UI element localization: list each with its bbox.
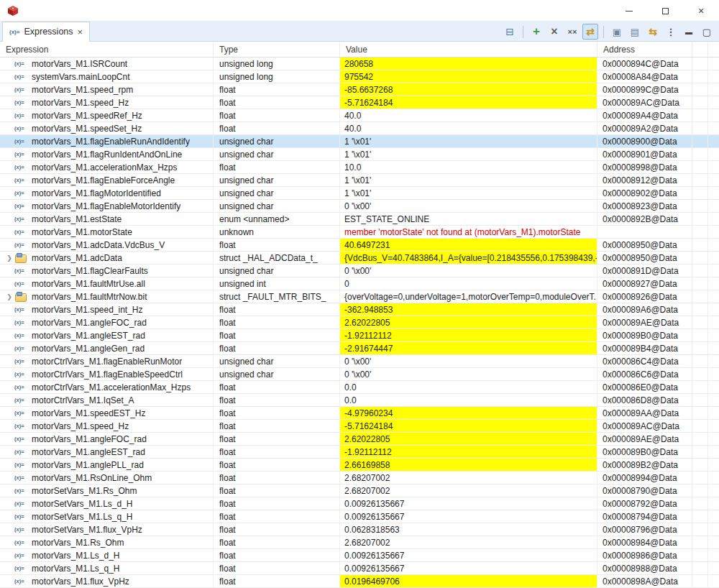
table-row[interactable]: (x)= motorVars_M1.angleFOC_rad float 2.6… <box>0 316 719 329</box>
table-row[interactable]: (x)= motorVars_M1.flagEnableForceAngle u… <box>0 174 719 187</box>
tab-expressions[interactable]: (x)= Expressions × <box>2 22 90 42</box>
pin-view-button[interactable]: ▤ <box>627 24 643 40</box>
value-cell[interactable]: 2.68207002 <box>340 484 597 497</box>
table-row[interactable]: (x)= motorVars_M1.speed_Hz float -5.7162… <box>0 420 719 433</box>
value-cell[interactable]: 2.62022805 <box>340 433 597 445</box>
value-cell[interactable]: 0.00926135667 <box>340 562 597 574</box>
table-row[interactable]: (x)= motorVars_M1.speed_rpm float -85.66… <box>0 83 719 96</box>
value-cell[interactable]: 0 '\x00' <box>340 368 597 380</box>
column-header-expression[interactable]: Expression <box>0 42 214 57</box>
table-row[interactable]: (x)= motorVars_M1.speedEST_Hz float -4.9… <box>0 407 719 420</box>
value-cell[interactable]: 1 '\x01' <box>340 135 597 147</box>
value-cell[interactable]: 2.68207002 <box>340 536 597 548</box>
value-cell[interactable]: member 'motorState' not found at (motorV… <box>340 226 597 238</box>
expand-chevron-icon[interactable]: ❯ <box>4 254 14 262</box>
value-cell[interactable]: 0.00926135667 <box>340 549 597 561</box>
table-row[interactable]: (x)= motorCtrlVars_M1.IqSet_A float 0.0 … <box>0 394 719 407</box>
table-row[interactable]: (x)= motorVars_M1.Ls_q_H float 0.0092613… <box>0 562 719 575</box>
value-cell[interactable]: 2.68207002 <box>340 472 597 484</box>
table-row[interactable]: (x)= motorVars_M1.angleGen_rad float -2.… <box>0 342 719 355</box>
refresh-button[interactable]: ⇆ <box>645 24 661 40</box>
minimize-view-button[interactable]: ▬ <box>681 24 697 40</box>
table-row[interactable]: (x)= motorVars_M1.speed_int_Hz float -36… <box>0 303 719 316</box>
table-row[interactable]: (x)= motorVars_M1.Ls_d_H float 0.0092613… <box>0 549 719 562</box>
value-cell[interactable]: 2.62022805 <box>340 316 597 329</box>
value-cell[interactable]: 0 <box>340 277 597 290</box>
table-row[interactable]: (x)= motorCtrlVars_M1.flagEnableRunMotor… <box>0 355 719 368</box>
table-row[interactable]: (x)= motorVars_M1.flagClearFaults unsign… <box>0 265 719 277</box>
view-menu-button[interactable]: ⋮ <box>663 24 679 40</box>
column-header-type[interactable]: Type <box>214 42 340 57</box>
remove-all-expressions-button[interactable]: ×× <box>564 24 580 40</box>
value-cell[interactable]: -1.92112112 <box>340 446 597 458</box>
value-cell[interactable]: -4.97960234 <box>340 407 597 419</box>
table-row[interactable]: (x)= systemVars.mainLoopCnt unsigned lon… <box>0 70 719 83</box>
value-cell[interactable]: 0.00926135667 <box>340 497 597 510</box>
value-cell[interactable]: 0 '\x00' <box>340 355 597 367</box>
column-header-address[interactable]: Address <box>597 42 692 57</box>
value-cell[interactable]: 1 '\x01' <box>340 148 597 160</box>
value-cell[interactable]: -85.6637268 <box>340 83 597 96</box>
value-cell[interactable]: 0.0196469706 <box>340 575 597 587</box>
table-row[interactable]: ❯ motorVars_M1.adcData struct _HAL_ADCDa… <box>0 252 719 265</box>
value-cell[interactable]: 40.0 <box>340 122 597 134</box>
value-cell[interactable]: 0 '\x00' <box>340 200 597 212</box>
table-row[interactable]: ❯ motorVars_M1.faultMtrNow.bit struct _F… <box>0 290 719 303</box>
table-row[interactable]: (x)= motorVars_M1.speedSet_Hz float 40.0… <box>0 122 719 135</box>
continuous-refresh-button[interactable]: ⇄ <box>582 24 598 40</box>
value-cell[interactable]: 280658 <box>340 58 597 70</box>
value-cell[interactable]: 0.0 <box>340 394 597 406</box>
value-cell[interactable]: 0.00926135667 <box>340 510 597 523</box>
table-row[interactable]: (x)= motorVars_M1.angleEST_rad float -1.… <box>0 329 719 342</box>
value-cell[interactable]: 1 '\x01' <box>340 174 597 186</box>
table-row[interactable]: (x)= motorSetVars_M1.Ls_q_H float 0.0092… <box>0 510 719 523</box>
value-cell[interactable]: -2.91674447 <box>340 342 597 354</box>
value-cell[interactable]: 10.0 <box>340 161 597 173</box>
maximize-view-button[interactable]: ▢ <box>699 24 715 40</box>
table-row[interactable]: (x)= motorVars_M1.flagMotorIdentified un… <box>0 187 719 200</box>
window-close-button[interactable]: × <box>683 0 719 22</box>
table-row[interactable]: (x)= motorVars_M1.RsOnLine_Ohm float 2.6… <box>0 472 719 484</box>
value-cell[interactable]: 0.0 <box>340 381 597 393</box>
table-row[interactable]: (x)= motorVars_M1.speedRef_Hz float 40.0… <box>0 109 719 122</box>
table-row[interactable]: (x)= motorCtrlVars_M1.accelerationMax_Hz… <box>0 381 719 394</box>
value-cell[interactable]: 40.6497231 <box>340 239 597 251</box>
value-cell[interactable]: 1 '\x01' <box>340 187 597 199</box>
table-row[interactable]: (x)= motorVars_M1.faultMtrUse.all unsign… <box>0 277 719 290</box>
value-cell[interactable]: 0.0628318563 <box>340 523 597 536</box>
remove-expression-button[interactable]: × <box>546 24 562 40</box>
value-cell[interactable]: 0 '\x00' <box>340 265 597 277</box>
table-row[interactable]: (x)= motorVars_M1.anglePLL_rad float 2.6… <box>0 459 719 472</box>
value-cell[interactable]: -5.71624184 <box>340 420 597 432</box>
expand-chevron-icon[interactable]: ❯ <box>4 293 14 300</box>
value-cell[interactable]: -5.71624184 <box>340 96 597 109</box>
window-maximize-button[interactable] <box>647 0 683 22</box>
table-row[interactable]: (x)= motorVars_M1.accelerationMax_Hzps f… <box>0 161 719 174</box>
table-row[interactable]: (x)= motorVars_M1.Rs_Ohm float 2.6820700… <box>0 536 719 549</box>
table-row[interactable]: (x)= motorVars_M1.adcData.VdcBus_V float… <box>0 239 719 252</box>
table-row[interactable]: (x)= motorVars_M1.angleEST_rad float -1.… <box>0 446 719 459</box>
value-cell[interactable]: EST_STATE_ONLINE <box>340 213 597 225</box>
table-row[interactable]: (x)= motorVars_M1.speed_Hz float -5.7162… <box>0 96 719 109</box>
value-cell[interactable]: {VdcBus_V=40.7483864,I_A={value=[0.21843… <box>340 252 597 264</box>
table-row[interactable]: (x)= motorVars_M1.motorState unknown mem… <box>0 226 719 239</box>
column-header-value[interactable]: Value <box>340 42 597 57</box>
table-row[interactable]: (x)= motorSetVars_M1.Ls_d_H float 0.0092… <box>0 497 719 510</box>
tab-close-icon[interactable]: × <box>78 27 83 37</box>
value-cell[interactable]: -362.948853 <box>340 303 597 316</box>
value-cell[interactable]: 975542 <box>340 70 597 83</box>
table-row[interactable]: (x)= motorVars_M1.angleFOC_rad float 2.6… <box>0 433 719 446</box>
table-row[interactable]: (x)= motorVars_M1.ISRCount unsigned long… <box>0 58 719 70</box>
table-row[interactable]: (x)= motorVars_M1.flagEnableMotorIdentif… <box>0 200 719 213</box>
value-cell[interactable]: -1.92112112 <box>340 329 597 341</box>
new-expressions-view-button[interactable]: ▣ <box>609 24 625 40</box>
table-row[interactable]: (x)= motorCtrlVars_M1.flagEnableSpeedCtr… <box>0 368 719 381</box>
value-cell[interactable]: 40.0 <box>340 109 597 121</box>
table-row[interactable]: (x)= motorVars_M1.flagEnableRunAndIdenti… <box>0 135 719 148</box>
table-row[interactable]: (x)= motorVars_M1.flux_VpHz float 0.0196… <box>0 575 719 588</box>
table-row[interactable]: (x)= motorVars_M1.flagRunIdentAndOnLine … <box>0 148 719 161</box>
table-row[interactable]: (x)= motorSetVars_M1.flux_VpHz float 0.0… <box>0 523 719 536</box>
value-cell[interactable]: 2.66169858 <box>340 459 597 471</box>
value-cell[interactable]: {overVoltage=0,underVoltage=1,motorOverT… <box>340 290 597 303</box>
add-expression-button[interactable]: + <box>528 24 544 40</box>
